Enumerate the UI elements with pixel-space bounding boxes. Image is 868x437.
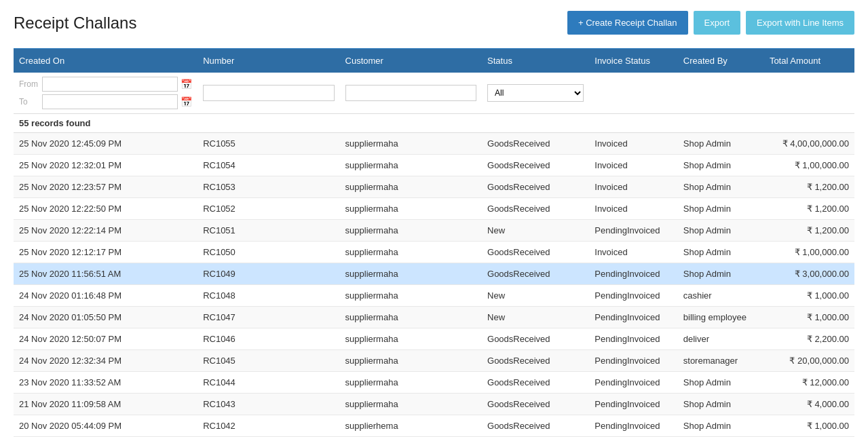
cell-invoice-status: PendingInvoiced xyxy=(589,220,677,242)
cell-created-on: 25 Nov 2020 12:22:50 PM xyxy=(14,198,197,220)
cell-total-amount: ₹ 1,00,000.00 xyxy=(764,242,854,263)
cell-customer: suppliermaha xyxy=(340,394,482,415)
table-row[interactable]: 25 Nov 2020 12:23:57 PMRC1053suppliermah… xyxy=(14,176,854,198)
table-row[interactable]: 25 Nov 2020 12:12:17 PMRC1050suppliermah… xyxy=(14,242,854,263)
customer-filter-input[interactable] xyxy=(345,85,476,101)
from-label: From xyxy=(19,79,39,89)
cell-invoice-status: Invoiced xyxy=(589,176,677,198)
table-row[interactable]: 25 Nov 2020 11:56:51 AMRC1049suppliermah… xyxy=(14,263,854,285)
cell-number: RC1042 xyxy=(197,415,339,437)
cell-number: RC1043 xyxy=(197,394,339,415)
cell-number: RC1045 xyxy=(197,350,339,372)
cell-status: New xyxy=(482,307,589,328)
filter-created-on: From 📅 To 📅 xyxy=(14,73,197,114)
cell-created-on: 20 Nov 2020 05:44:09 PM xyxy=(14,415,197,437)
cell-created-by: deliver xyxy=(678,328,764,350)
cell-total-amount: ₹ 1,000.00 xyxy=(764,415,854,437)
status-filter-select[interactable]: All New GoodsReceived xyxy=(487,84,584,102)
cell-created-by: Shop Admin xyxy=(678,242,764,263)
table-header-row: Created On Number Customer Status Invoic… xyxy=(14,49,854,73)
cell-customer: suppliermaha xyxy=(340,285,482,307)
table-row[interactable]: 21 Nov 2020 11:09:58 AMRC1043suppliermah… xyxy=(14,394,854,415)
cell-created-on: 25 Nov 2020 12:22:14 PM xyxy=(14,220,197,242)
cell-status: GoodsReceived xyxy=(482,198,589,220)
cell-invoice-status: PendingInvoiced xyxy=(589,285,677,307)
page-container: Receipt Challans + Create Receipt Challa… xyxy=(0,0,868,437)
cell-created-on: 23 Nov 2020 11:33:52 AM xyxy=(14,372,197,394)
cell-created-on: 25 Nov 2020 12:32:01 PM xyxy=(14,155,197,176)
table-row[interactable]: 25 Nov 2020 12:22:14 PMRC1051suppliermah… xyxy=(14,220,854,242)
cell-created-by: Shop Admin xyxy=(678,155,764,176)
records-count-row: 55 records found xyxy=(14,114,854,133)
col-customer: Customer xyxy=(340,49,482,73)
filter-total-amount xyxy=(764,73,854,114)
col-total-amount: Total Amount xyxy=(764,49,854,73)
table-row[interactable]: 24 Nov 2020 12:50:07 PMRC1046suppliermah… xyxy=(14,328,854,350)
cell-invoice-status: PendingInvoiced xyxy=(589,394,677,415)
calendar-to-icon[interactable]: 📅 xyxy=(181,96,192,107)
table-row[interactable]: 23 Nov 2020 11:33:52 AMRC1044suppliermah… xyxy=(14,372,854,394)
header-row: Receipt Challans + Create Receipt Challa… xyxy=(14,11,854,35)
cell-customer: suppliermaha xyxy=(340,198,482,220)
cell-customer: suppliermaha xyxy=(340,242,482,263)
cell-invoice-status: PendingInvoiced xyxy=(589,350,677,372)
cell-total-amount: ₹ 20,00,000.00 xyxy=(764,350,854,372)
cell-status: GoodsReceived xyxy=(482,176,589,198)
cell-invoice-status: Invoiced xyxy=(589,133,677,155)
cell-number: RC1050 xyxy=(197,242,339,263)
col-created-on: Created On xyxy=(14,49,197,73)
cell-created-on: 25 Nov 2020 11:56:51 AM xyxy=(14,263,197,285)
table-row[interactable]: 25 Nov 2020 12:22:50 PMRC1052suppliermah… xyxy=(14,198,854,220)
filter-status: All New GoodsReceived xyxy=(482,73,589,114)
cell-created-on: 24 Nov 2020 12:50:07 PM xyxy=(14,328,197,350)
cell-status: GoodsReceived xyxy=(482,133,589,155)
cell-created-on: 21 Nov 2020 11:09:58 AM xyxy=(14,394,197,415)
table-row[interactable]: 24 Nov 2020 01:05:50 PMRC1047suppliermah… xyxy=(14,307,854,328)
cell-number: RC1054 xyxy=(197,155,339,176)
date-from-input[interactable] xyxy=(42,77,178,92)
cell-total-amount: ₹ 1,200.00 xyxy=(764,220,854,242)
col-status: Status xyxy=(482,49,589,73)
cell-created-by: Shop Admin xyxy=(678,133,764,155)
export-with-line-items-button[interactable]: Export with Line Items xyxy=(746,11,854,35)
calendar-from-icon[interactable]: 📅 xyxy=(181,79,192,90)
cell-created-on: 25 Nov 2020 12:23:57 PM xyxy=(14,176,197,198)
filter-created-by xyxy=(678,73,764,114)
col-invoice-status: Invoice Status xyxy=(589,49,677,73)
cell-total-amount: ₹ 1,200.00 xyxy=(764,198,854,220)
export-button[interactable]: Export xyxy=(694,11,741,35)
cell-status: GoodsReceived xyxy=(482,350,589,372)
cell-invoice-status: Invoiced xyxy=(589,198,677,220)
cell-created-on: 25 Nov 2020 12:12:17 PM xyxy=(14,242,197,263)
cell-customer: suppliermaha xyxy=(340,176,482,198)
date-to-input[interactable] xyxy=(42,94,178,109)
cell-total-amount: ₹ 3,00,000.00 xyxy=(764,263,854,285)
cell-status: GoodsReceived xyxy=(482,394,589,415)
cell-status: GoodsReceived xyxy=(482,155,589,176)
cell-status: GoodsReceived xyxy=(482,263,589,285)
cell-created-by: storemanager xyxy=(678,350,764,372)
to-label: To xyxy=(19,97,39,107)
number-filter-input[interactable] xyxy=(203,85,334,101)
col-number: Number xyxy=(197,49,339,73)
table-row[interactable]: 25 Nov 2020 12:32:01 PMRC1054suppliermah… xyxy=(14,155,854,176)
cell-total-amount: ₹ 4,000.00 xyxy=(764,394,854,415)
cell-number: RC1053 xyxy=(197,176,339,198)
cell-created-on: 25 Nov 2020 12:45:09 PM xyxy=(14,133,197,155)
filter-invoice-status xyxy=(589,73,677,114)
create-receipt-challan-button[interactable]: + Create Receipt Challan xyxy=(567,11,688,35)
cell-total-amount: ₹ 12,000.00 xyxy=(764,372,854,394)
filter-row: From 📅 To 📅 xyxy=(14,73,854,114)
cell-created-on: 24 Nov 2020 12:32:34 PM xyxy=(14,350,197,372)
table-row[interactable]: 25 Nov 2020 12:45:09 PMRC1055suppliermah… xyxy=(14,133,854,155)
cell-invoice-status: PendingInvoiced xyxy=(589,307,677,328)
cell-created-by: cashier xyxy=(678,285,764,307)
cell-invoice-status: PendingInvoiced xyxy=(589,415,677,437)
receipt-challans-table: Created On Number Customer Status Invoic… xyxy=(14,49,854,437)
table-row[interactable]: 20 Nov 2020 05:44:09 PMRC1042supplierhem… xyxy=(14,415,854,437)
cell-customer: suppliermaha xyxy=(340,155,482,176)
table-row[interactable]: 24 Nov 2020 12:32:34 PMRC1045suppliermah… xyxy=(14,350,854,372)
table-row[interactable]: 24 Nov 2020 01:16:48 PMRC1048suppliermah… xyxy=(14,285,854,307)
cell-number: RC1047 xyxy=(197,307,339,328)
cell-customer: suppliermaha xyxy=(340,350,482,372)
